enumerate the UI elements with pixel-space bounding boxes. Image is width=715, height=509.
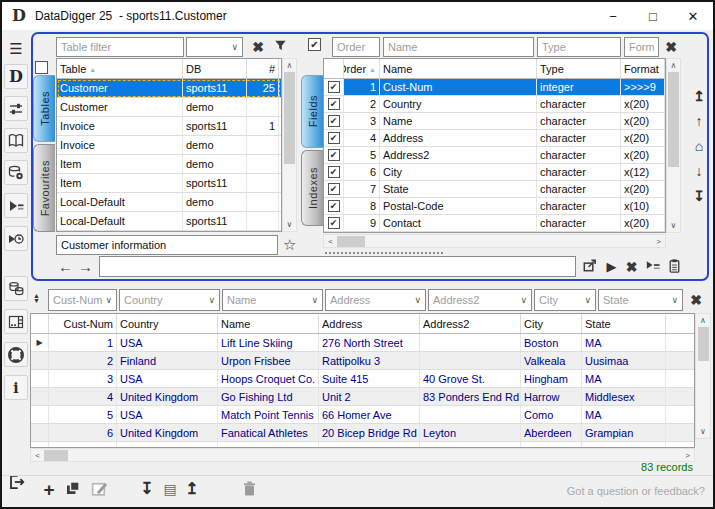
- scroll-right-icon[interactable]: >: [652, 235, 665, 248]
- column-header-name[interactable]: Name: [380, 59, 537, 78]
- data-hscrollbar[interactable]: < >: [30, 448, 695, 462]
- data-row[interactable]: 4 United Kingdom Go Fishing Ltd Unit 2 8…: [31, 388, 694, 406]
- tab-favourites[interactable]: Favourites: [33, 144, 55, 232]
- field-type-filter-input[interactable]: [537, 37, 621, 57]
- table-row[interactable]: Local-Default sports11: [57, 212, 281, 231]
- table-row[interactable]: Customer demo: [57, 98, 281, 117]
- scroll-up-icon[interactable]: ∧: [667, 59, 680, 72]
- column-header-city[interactable]: City: [521, 314, 582, 333]
- delete-record-button[interactable]: [238, 478, 260, 500]
- field-row[interactable]: ✔ 9 Contact character x(20): [324, 215, 665, 232]
- run-query-button[interactable]: ▶: [602, 257, 621, 276]
- scroll-up-icon[interactable]: ∧: [697, 314, 710, 327]
- filter-tables-button[interactable]: [271, 38, 289, 56]
- open-query-editor-button[interactable]: [580, 257, 599, 276]
- clear-table-filter-button[interactable]: ✖: [249, 38, 267, 56]
- column-header-address2[interactable]: Address2: [420, 314, 521, 333]
- field-row[interactable]: ✔ 4 Address character x(20): [324, 130, 665, 147]
- query-timer-button[interactable]: [4, 226, 28, 251]
- fields-vscrollbar[interactable]: ∧ ∨: [666, 58, 681, 233]
- column-header-db[interactable]: DB: [183, 59, 247, 78]
- view-record-button[interactable]: ▤: [159, 478, 181, 500]
- scroll-thumb[interactable]: [44, 450, 68, 461]
- table-row[interactable]: Item sports11: [57, 174, 281, 193]
- column-header-country[interactable]: Country: [117, 314, 218, 333]
- scroll-down-icon[interactable]: ∨: [667, 219, 680, 232]
- data-row[interactable]: 6 United Kingdom Fanatical Athletes 20 B…: [31, 424, 694, 442]
- clone-record-button[interactable]: [62, 478, 84, 500]
- column-header-name[interactable]: Name: [218, 314, 319, 333]
- table-filter-combo[interactable]: ∨: [186, 37, 243, 57]
- edit-record-button[interactable]: [88, 478, 110, 500]
- table-row[interactable]: Local-Default demo: [57, 193, 281, 212]
- clear-data-filter-button[interactable]: ✖: [687, 291, 705, 309]
- query-history-button[interactable]: [643, 257, 662, 276]
- field-order-filter-input[interactable]: [332, 37, 380, 57]
- table-row[interactable]: Item demo: [57, 155, 281, 174]
- filter-address2[interactable]: Address2∨: [428, 289, 532, 311]
- column-header-table[interactable]: Table▲: [57, 59, 183, 78]
- table-description-input[interactable]: [56, 235, 278, 255]
- maximize-button[interactable]: □: [633, 2, 673, 30]
- fields-select-all-checkbox[interactable]: ✔: [308, 38, 321, 51]
- field-row[interactable]: ✔ 3 Name character x(20): [324, 113, 665, 130]
- dictionary-button[interactable]: [4, 128, 28, 153]
- scroll-left-icon[interactable]: <: [324, 235, 337, 248]
- column-header-order[interactable]: Order▲: [344, 59, 380, 78]
- tables-vscrollbar[interactable]: ∧ ∨: [282, 58, 297, 232]
- data-vscrollbar[interactable]: ∧ ∨: [695, 313, 711, 439]
- filter-city[interactable]: City∨: [534, 289, 596, 311]
- data-row[interactable]: 2 Finland Urpon Frisbee Rattipolku 3 Val…: [31, 352, 694, 370]
- field-checkbox[interactable]: ✔: [328, 115, 340, 127]
- field-checkbox[interactable]: ✔: [328, 81, 340, 93]
- table-row[interactable]: Invoice demo: [57, 136, 281, 155]
- field-row[interactable]: ✔ 5 Address2 character x(20): [324, 147, 665, 164]
- minimize-button[interactable]: −: [593, 2, 633, 30]
- fields-hscrollbar[interactable]: < >: [323, 234, 666, 248]
- field-checkbox[interactable]: ✔: [328, 200, 340, 212]
- copy-query-button[interactable]: [665, 257, 684, 276]
- load-data-button[interactable]: ↥: [181, 478, 203, 500]
- scroll-thumb[interactable]: [284, 72, 295, 164]
- query-forward-button[interactable]: →: [78, 258, 93, 275]
- scroll-down-icon[interactable]: ∨: [697, 425, 710, 438]
- filter-address[interactable]: Address∨: [325, 289, 426, 311]
- tables-select-all-checkbox[interactable]: [35, 61, 48, 74]
- move-field-up-button[interactable]: ↑: [689, 111, 709, 131]
- feedback-link[interactable]: Got a question or feedback?: [567, 485, 705, 497]
- scroll-left-icon[interactable]: <: [31, 449, 44, 462]
- scroll-thumb[interactable]: [698, 327, 709, 361]
- field-checkbox[interactable]: ✔: [328, 166, 340, 178]
- filter-state[interactable]: State∨: [598, 289, 683, 311]
- queries-button[interactable]: [4, 193, 28, 218]
- column-header-type[interactable]: Type: [537, 59, 621, 78]
- scroll-thumb[interactable]: [337, 236, 365, 247]
- field-row[interactable]: ✔ 1 Cust-Num integer >>>>9: [324, 79, 665, 96]
- query-input[interactable]: [99, 256, 576, 277]
- datadigger-button[interactable]: D: [4, 64, 28, 89]
- query-back-button[interactable]: ←: [58, 258, 73, 275]
- about-button[interactable]: i: [4, 375, 28, 400]
- column-header-cust-num[interactable]: Cust-Num: [49, 314, 117, 333]
- exit-button[interactable]: [4, 468, 28, 496]
- settings-button[interactable]: [4, 96, 28, 121]
- add-record-button[interactable]: +: [38, 478, 60, 500]
- menu-button[interactable]: ☰: [4, 36, 28, 61]
- column-header-address[interactable]: Address: [319, 314, 420, 333]
- dump-data-button[interactable]: ↧: [136, 478, 158, 500]
- connections-button[interactable]: [4, 276, 28, 301]
- field-row[interactable]: ✔ 6 City character x(12): [324, 164, 665, 181]
- tab-fields[interactable]: Fields: [301, 75, 323, 148]
- field-checkbox[interactable]: ✔: [328, 98, 340, 110]
- filter-country[interactable]: Country∨: [119, 289, 220, 311]
- data-row[interactable]: 3 USA Hoops Croquet Co. Suite 415 40 Gro…: [31, 370, 694, 388]
- window-layout-button[interactable]: [4, 309, 28, 334]
- column-header-format[interactable]: Format: [621, 59, 665, 78]
- move-field-down-button[interactable]: ↓: [689, 161, 709, 181]
- table-row[interactable]: Customer sports11 25: [57, 79, 281, 98]
- table-row[interactable]: Invoice sports11 1: [57, 117, 281, 136]
- field-checkbox[interactable]: ✔: [328, 132, 340, 144]
- filter-name[interactable]: Name∨: [222, 289, 323, 311]
- field-checkbox[interactable]: ✔: [328, 149, 340, 161]
- data-row[interactable]: ▶ 1 USA Lift Line Skiing 276 North Stree…: [31, 334, 694, 352]
